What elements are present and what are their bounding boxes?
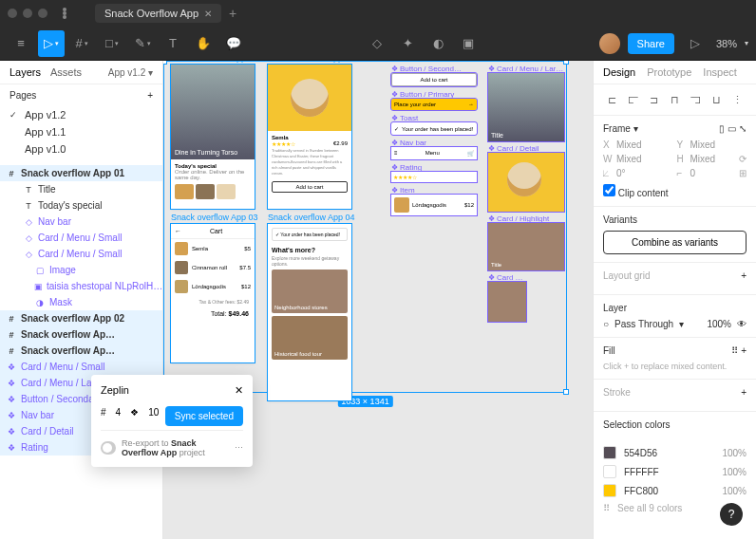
artboard-label[interactable]: Snack overflow App 02 [268,61,355,63]
component-label[interactable]: ❖ Button / Primary [391,90,477,99]
w-input[interactable]: Mixed [616,154,642,164]
button-primary-component[interactable]: Place your order→ [391,99,477,110]
traffic-min[interactable] [23,9,32,18]
toast-component[interactable]: ✓Your order has been placed! [391,122,477,135]
close-icon[interactable]: ✕ [235,384,243,397]
card-detail-component[interactable] [488,153,564,212]
component-label[interactable]: ❖ Item [391,186,477,195]
layer-instance[interactable]: ◇Nav bar [0,214,162,230]
text-tool[interactable]: T [160,30,186,57]
align-center-v-icon[interactable]: ⫎ [688,90,705,109]
color-row[interactable]: 554D56100% [594,443,756,462]
sync-selected-button[interactable]: Sync selected [165,406,243,426]
rotation-input[interactable]: 0° [616,168,626,178]
artboard-04[interactable]: ✓ Your order has been placed! What's mor… [268,224,351,400]
align-center-h-icon[interactable]: ⫍ [624,90,641,109]
artboard-03[interactable]: ←Cart Semla$5 Cinnamon roll$7.5 Lördagsg… [171,224,255,362]
color-row[interactable]: FFC800100% [594,481,756,500]
prototype-tab[interactable]: Prototype [647,66,691,78]
reexport-toggle[interactable] [101,441,116,455]
page-item[interactable]: ✓App v1.2 [0,106,162,123]
union-tool[interactable]: ▣ [455,30,482,57]
button-secondary-component[interactable]: Add to cart [391,73,477,86]
card-large-component[interactable]: Title [488,73,564,141]
resize-handle[interactable] [163,61,167,65]
add-fill-button[interactable]: + [741,345,747,356]
combine-variants-button[interactable]: Combine as variants [603,231,747,254]
move-tool[interactable]: ▷ [38,30,65,57]
x-input[interactable]: Mixed [616,139,642,150]
layer-frame[interactable]: #Snack overflow Ap… [0,343,162,359]
page-item[interactable]: App v1.0 [0,140,162,158]
frame-mode-icon[interactable]: ▭ [728,123,736,134]
component-label[interactable]: ❖ Card / Highlight [488,214,564,223]
blend-mode[interactable]: Pass Through [614,319,673,329]
align-top-icon[interactable]: ⊓ [666,90,683,109]
frame-heading[interactable]: Frame ▾ [603,123,638,134]
comment-tool[interactable]: 💬 [220,30,247,57]
corners-icon[interactable]: ⊞ [739,168,747,178]
close-icon[interactable]: ✕ [204,9,212,19]
help-button[interactable]: ? [720,503,743,526]
card-highlight-component[interactable]: Title [488,223,564,270]
layer-mask[interactable]: ◑Mask [0,294,162,310]
h-input[interactable]: Mixed [690,154,716,164]
artboard-label[interactable]: Snack overflow App 04 [268,213,355,222]
item-component[interactable]: Lördagsgodis$12 [391,195,477,215]
layer-image[interactable]: ▣taisia shestopal NLpRolH… [0,278,162,294]
radius-input[interactable]: 0 [690,168,696,178]
component-label[interactable]: ❖ Button / Second… [391,65,477,73]
artboard-01[interactable]: Dine in Turning Torso Today's specialOrd… [171,65,255,209]
page-item[interactable]: App v1.1 [0,123,162,140]
traffic-close[interactable] [8,9,17,18]
artboard-label[interactable]: Snack overflow App 01 [171,61,258,63]
artboard-02[interactable]: Semla★★★★☆ €2.99Traditionally served in … [268,65,351,209]
mask-tool[interactable]: ✦ [394,30,421,57]
artboard-label[interactable]: Snack overflow App 03 [171,213,258,222]
boolean-tool[interactable]: ◐ [425,30,451,57]
component-label[interactable]: ❖ Nav bar [391,139,477,147]
component-label[interactable]: ❖ Rating [391,163,477,172]
inspect-tab[interactable]: Inspect [703,66,736,78]
color-row[interactable]: FFFFFF100% [594,462,756,481]
opacity-input[interactable]: 100% [707,319,731,329]
layer-text[interactable]: TTitle [0,181,162,197]
frame-tool[interactable]: # [68,30,95,57]
navbar-component[interactable]: ≡Menu🛒 [391,147,477,159]
frame-mode-icon[interactable]: ▯ [719,123,725,134]
rating-component[interactable]: ★★★★☆ [391,172,477,182]
share-button[interactable]: Share [628,33,674,54]
clip-content-checkbox[interactable] [603,184,615,196]
visibility-icon[interactable]: 👁 [737,319,747,329]
style-icon[interactable]: ⠿ [731,345,738,356]
resize-fit-icon[interactable]: ⤡ [739,123,747,134]
component-tool[interactable]: ◇ [364,30,390,57]
resize-handle[interactable] [563,389,569,395]
chevron-down-icon[interactable]: ▾ [745,39,748,47]
align-bottom-icon[interactable]: ⊔ [709,90,726,109]
pen-tool[interactable]: ✎ [129,30,156,57]
y-input[interactable]: Mixed [690,139,716,150]
hand-tool[interactable]: ✋ [190,30,217,57]
component-label[interactable]: ❖ Card … [488,273,564,282]
zoom-level[interactable]: 38% [716,38,737,49]
layer-frame[interactable]: #Snack overflow Ap… [0,326,162,343]
align-right-icon[interactable]: ⊐ [645,90,662,109]
assets-tab[interactable]: Assets [50,66,82,78]
align-left-icon[interactable]: ⊏ [603,90,620,109]
design-tab[interactable]: Design [603,66,635,78]
add-stroke-button[interactable]: + [741,387,747,398]
layer-text[interactable]: TToday's special [0,197,162,214]
component-label[interactable]: ❖ Card / Menu / Lar… [488,65,564,73]
menu-button[interactable]: ≡ [8,30,34,57]
shape-tool[interactable]: □ [99,30,125,57]
layer-instance[interactable]: ◇Card / Menu / Small [0,246,162,262]
add-page-button[interactable]: + [147,90,153,101]
user-avatar[interactable] [599,33,620,54]
present-button[interactable]: ▷ [682,30,709,57]
component-label[interactable]: ❖ Card / Detail [488,144,564,153]
canvas[interactable]: 1633 × 1341 Snack overflow App 01 Dine i… [163,61,593,539]
layer-frame[interactable]: #Snack overflow App 01 [0,165,162,181]
layer-instance[interactable]: ◇Card / Menu / Small [0,230,162,246]
page-selector[interactable]: App v1.2 ▾ [108,67,153,78]
